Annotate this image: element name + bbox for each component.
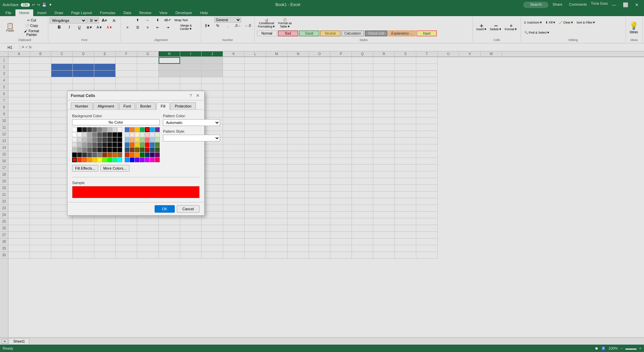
color-swatch[interactable] (107, 152, 112, 157)
color-swatch[interactable] (72, 152, 77, 157)
pattern-color-selector[interactable]: Automatic (163, 119, 220, 126)
color-swatch[interactable] (117, 137, 122, 142)
color-swatch[interactable] (130, 152, 135, 157)
color-swatch[interactable] (145, 142, 150, 147)
color-swatch[interactable] (77, 137, 82, 142)
color-swatch[interactable] (92, 152, 97, 157)
color-swatch[interactable] (82, 152, 87, 157)
color-swatch[interactable] (130, 132, 135, 137)
color-swatch[interactable] (130, 142, 135, 147)
fill-effects-btn[interactable]: Fill Effects... (72, 165, 98, 172)
color-swatch[interactable] (155, 137, 160, 142)
color-swatch[interactable] (102, 142, 107, 147)
color-swatch[interactable] (97, 147, 102, 152)
color-swatch[interactable] (82, 142, 87, 147)
color-swatch[interactable] (77, 127, 82, 132)
color-swatch[interactable] (82, 132, 87, 137)
color-swatch[interactable] (102, 158, 107, 162)
dialog-help-btn[interactable]: ? (188, 93, 193, 98)
color-swatch[interactable] (155, 132, 160, 137)
dialog-tab-alignment[interactable]: Alignment (93, 102, 118, 109)
color-swatch[interactable] (130, 147, 135, 152)
color-swatch[interactable] (82, 147, 87, 152)
no-color-button[interactable]: No Color (72, 119, 160, 125)
color-swatch[interactable] (150, 152, 155, 157)
color-swatch[interactable] (92, 137, 97, 142)
more-colors-btn[interactable]: More Colors... (100, 165, 129, 172)
ok-button[interactable]: OK (155, 205, 175, 213)
color-swatch[interactable] (155, 152, 160, 157)
color-swatch[interactable] (140, 158, 145, 162)
color-swatch[interactable] (112, 158, 117, 162)
color-swatch[interactable] (102, 137, 107, 142)
color-swatch[interactable] (87, 132, 92, 137)
color-swatch[interactable] (92, 132, 97, 137)
color-swatch[interactable] (135, 147, 140, 152)
color-swatch[interactable] (130, 127, 135, 132)
color-swatch[interactable] (97, 158, 102, 162)
color-swatch[interactable] (92, 158, 97, 162)
color-swatch[interactable] (117, 132, 122, 137)
color-swatch[interactable] (97, 142, 102, 147)
color-swatch[interactable] (155, 142, 160, 147)
color-swatch[interactable] (135, 158, 140, 162)
color-swatch[interactable] (125, 137, 129, 142)
color-swatch[interactable] (135, 132, 140, 137)
color-swatch[interactable] (72, 147, 77, 152)
color-swatch[interactable] (125, 132, 129, 137)
color-swatch[interactable] (150, 127, 155, 132)
color-swatch[interactable] (125, 152, 129, 157)
color-swatch[interactable] (150, 137, 155, 142)
color-swatch[interactable] (77, 158, 82, 162)
color-swatch[interactable] (77, 142, 82, 147)
color-swatch[interactable] (150, 158, 155, 162)
color-swatch[interactable] (72, 132, 77, 137)
color-swatch[interactable] (135, 137, 140, 142)
color-swatch[interactable] (150, 142, 155, 147)
color-swatch[interactable] (145, 158, 150, 162)
color-swatch[interactable] (87, 147, 92, 152)
color-swatch[interactable] (125, 158, 129, 162)
dialog-tab-border[interactable]: Border (136, 102, 156, 109)
color-swatch[interactable] (72, 127, 77, 132)
color-swatch[interactable] (107, 137, 112, 142)
color-swatch[interactable] (117, 142, 122, 147)
color-swatch[interactable] (112, 152, 117, 157)
color-swatch[interactable] (155, 147, 160, 152)
color-swatch[interactable] (72, 137, 77, 142)
color-swatch[interactable] (97, 127, 102, 132)
color-swatch[interactable] (150, 147, 155, 152)
color-swatch[interactable] (87, 127, 92, 132)
color-swatch[interactable] (155, 158, 160, 162)
color-swatch[interactable] (112, 132, 117, 137)
color-swatch[interactable] (87, 137, 92, 142)
color-swatch[interactable] (107, 127, 112, 132)
color-swatch[interactable] (102, 132, 107, 137)
color-swatch[interactable] (97, 152, 102, 157)
color-swatch[interactable] (97, 132, 102, 137)
color-swatch[interactable] (140, 127, 145, 132)
color-swatch[interactable] (135, 127, 140, 132)
color-swatch[interactable] (82, 137, 87, 142)
color-swatch[interactable] (92, 127, 97, 132)
dialog-titlebar[interactable]: Format Cells ? ✕ (67, 91, 204, 100)
dialog-tab-number[interactable]: Number (71, 102, 93, 109)
color-swatch[interactable] (140, 142, 145, 147)
color-swatch[interactable] (140, 137, 145, 142)
color-swatch[interactable] (125, 127, 129, 132)
color-swatch[interactable] (135, 152, 140, 157)
color-swatch[interactable] (140, 152, 145, 157)
color-swatch[interactable] (140, 132, 145, 137)
dialog-tab-protection[interactable]: Protection (170, 102, 196, 109)
color-swatch[interactable] (87, 152, 92, 157)
color-swatch[interactable] (92, 147, 97, 152)
color-swatch[interactable] (145, 147, 150, 152)
cancel-button[interactable]: Cancel (177, 205, 200, 213)
color-swatch[interactable] (82, 127, 87, 132)
color-swatch[interactable] (112, 137, 117, 142)
dialog-tab-font[interactable]: Font (119, 102, 135, 109)
color-swatch[interactable] (125, 142, 129, 147)
color-swatch[interactable] (112, 147, 117, 152)
color-swatch[interactable] (135, 142, 140, 147)
color-swatch[interactable] (102, 147, 107, 152)
